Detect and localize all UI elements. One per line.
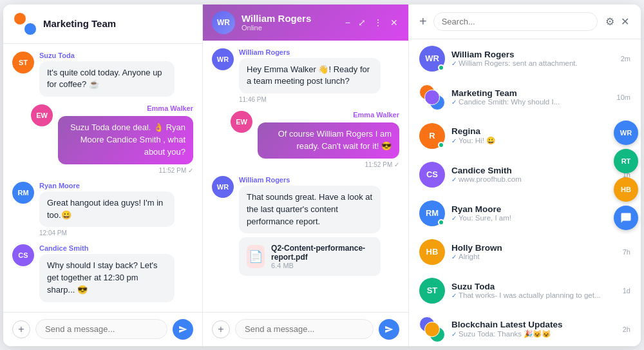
minimize-button[interactable]: − [344, 16, 352, 29]
contact-item[interactable]: Marketing Team✓ Candice Smith: Why shoul… [409, 78, 641, 117]
message-row: WRWilliam RogersHey Emma Walker 👋! Ready… [212, 48, 399, 104]
contact-item[interactable]: STSuzu Toda✓ That works- I was actually … [409, 271, 641, 310]
contact-name: Blockchain Latest Updates [451, 320, 616, 329]
new-chat-button[interactable]: + [419, 14, 427, 29]
message-sender: Ryan Moore [39, 182, 175, 190]
file-info: Q2-Content-performance-report.pdf 6.4 MB [271, 244, 373, 269]
group-avatar [14, 12, 37, 35]
mid-header: WR William Rogers Online − ⤢ ⋮ ✕ [203, 5, 408, 41]
contact-preview: ✓ www.proofhub.com [451, 175, 616, 183]
contact-avatar-wrap: WR [419, 46, 445, 72]
mid-messages-area: WRWilliam RogersHey Emma Walker 👋! Ready… [203, 41, 408, 312]
message-avatar: EW [31, 104, 53, 126]
message-time: 12:04 PM [39, 229, 175, 237]
contact-status: Online [242, 24, 311, 32]
mid-header-actions: − ⤢ ⋮ ✕ [344, 16, 399, 29]
contact-avatar-wrap: CS [419, 162, 445, 188]
contact-name: William Rogers [242, 13, 311, 24]
close-right-button[interactable]: ✕ [620, 14, 630, 29]
contact-item[interactable]: RRegina✓ You: Hi! 😀13m [409, 117, 641, 155]
message-bubble: Hey Emma Walker 👋! Ready for a team meet… [239, 58, 381, 94]
message-avatar: WR [212, 48, 234, 70]
contact-avatar: ST [419, 278, 445, 304]
message-sender: William Rogers [239, 176, 381, 184]
message-time: 11:46 PM [239, 96, 381, 103]
contact-time: 2h [623, 326, 630, 333]
file-attachment[interactable]: 📄 Q2-Content-performance-report.pdf 6.4 … [239, 237, 381, 276]
contact-info: Marketing Team✓ Candice Smith: Why shoul… [451, 88, 611, 106]
contact-info: Blockchain Latest Updates✓ Suzu Toda: Th… [451, 320, 616, 338]
message-avatar: ST [12, 52, 34, 73]
tick-icon: ✓ [451, 176, 457, 183]
float-avatar-2[interactable]: RT [614, 149, 638, 173]
mid-message-input[interactable] [235, 319, 374, 339]
contact-name: William Rogers [451, 50, 614, 59]
contact-avatar-wrap: ST [419, 278, 445, 304]
contact-avatar: HB [419, 239, 445, 265]
right-header: + ⚙ ✕ [409, 5, 641, 39]
tick-icon: ✓ [451, 253, 457, 260]
contact-name: Regina [451, 126, 611, 136]
contact-preview: ✓ Candice Smith: Why should I... [451, 98, 611, 106]
message-row: Emma WalkerSuzu Toda done deal. 👌 Ryan M… [12, 104, 193, 174]
contact-preview: ✓ You: Hi! 😀 [451, 136, 611, 145]
right-panel: + ⚙ ✕ WRWilliam Rogers✓ William Rogers: … [409, 5, 641, 346]
sent-header: Emma Walker [258, 111, 399, 121]
left-messages-area: STSuzu TodaIt's quite cold today. Anyone… [3, 44, 202, 312]
message-row: CSCandice SmithWhy should I stay back? L… [12, 244, 193, 302]
message-avatar: CS [12, 244, 34, 266]
message-bubble-wrap: Suzu TodaIt's quite cold today. Anyone u… [39, 52, 175, 97]
contact-time: 7h [623, 248, 630, 256]
floating-avatars: WR RT HB [611, 115, 641, 235]
float-avatar-3[interactable]: HB [614, 177, 638, 202]
contact-item[interactable]: Blockchain Latest Updates✓ Suzu Toda: Th… [409, 310, 641, 346]
close-button[interactable]: ✕ [389, 16, 399, 29]
contact-item[interactable]: WRWilliam Rogers✓ William Rogers: sent a… [409, 39, 641, 78]
online-indicator [438, 64, 444, 71]
left-send-button[interactable] [173, 319, 193, 340]
contact-info: Suzu Toda✓ That works- I was actually pl… [451, 282, 616, 299]
message-bubble-wrap: William RogersThat sounds great. Have a … [239, 176, 381, 277]
contact-name: Marketing Team [451, 88, 611, 98]
group-avatar-stack [419, 316, 445, 342]
expand-button[interactable]: ⤢ [357, 16, 367, 29]
contact-info: Holly Brown✓ Alright [451, 243, 616, 260]
message-bubble-wrap: Ryan MooreGreat hangout idea guys! I'm i… [39, 182, 175, 237]
file-size: 6.4 MB [271, 262, 373, 269]
message-bubble: Great hangout idea guys! I'm in too.😀 [39, 191, 175, 228]
contact-avatar-wrap: RM [419, 200, 445, 226]
left-message-input[interactable] [35, 319, 167, 339]
left-header: Marketing Team [3, 5, 202, 44]
left-input-area: + [3, 312, 202, 346]
contact-time: 10m [617, 93, 630, 101]
file-icon: 📄 [247, 245, 265, 268]
contact-item[interactable]: HBHolly Brown✓ Alright7h [409, 233, 641, 271]
contact-avatar-wrap [419, 84, 445, 110]
contact-item[interactable]: CSCandice Smith✓ www.proofhub.com1h [409, 155, 641, 194]
contact-name: Candice Smith [451, 166, 616, 175]
message-sender: Suzu Toda [39, 52, 175, 59]
left-panel: Marketing Team STSuzu TodaIt's quite col… [3, 5, 203, 346]
float-chat-button[interactable] [614, 206, 638, 230]
search-input[interactable] [433, 12, 598, 31]
contact-avatar-wrap [419, 316, 445, 342]
float-avatar-1[interactable]: WR [614, 121, 638, 145]
message-avatar: EW [231, 111, 252, 133]
mid-send-button[interactable] [379, 319, 399, 340]
message-bubble-wrap: William RogersHey Emma Walker 👋! Ready f… [239, 48, 381, 104]
settings-button[interactable]: ⚙ [604, 14, 616, 29]
message-avatar: RM [12, 182, 34, 204]
contact-item[interactable]: RMRyan Moore✓ You: Sure, I am!5h [409, 194, 641, 233]
contact-name: Ryan Moore [451, 204, 616, 214]
message-bubble: Why should I stay back? Let's get togeth… [39, 254, 175, 302]
more-button[interactable]: ⋮ [372, 16, 384, 29]
mid-add-button[interactable]: + [212, 320, 230, 338]
contact-preview: ✓ That works- I was actually planning to… [451, 291, 616, 299]
contact-info: Candice Smith✓ www.proofhub.com [451, 166, 616, 183]
online-indicator [438, 142, 444, 148]
message-row: STSuzu TodaIt's quite cold today. Anyone… [12, 52, 193, 97]
message-sender: Emma Walker [147, 104, 193, 112]
message-bubble: Of course William Rogers I am ready. Can… [258, 122, 399, 159]
contact-info: Ryan Moore✓ You: Sure, I am! [451, 204, 616, 222]
left-add-button[interactable]: + [12, 320, 30, 338]
